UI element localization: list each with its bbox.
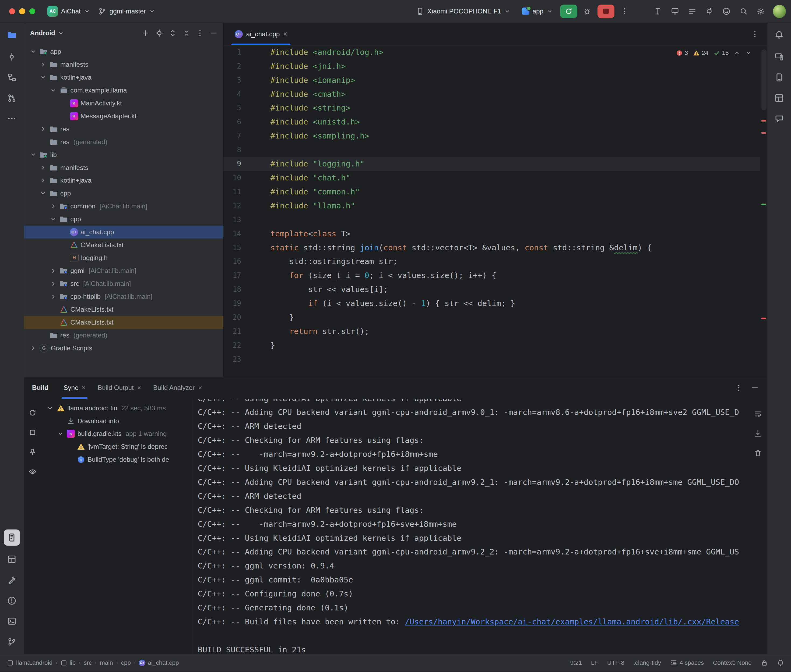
chevron-down-icon[interactable] bbox=[39, 74, 47, 82]
stripe-mark[interactable] bbox=[761, 132, 766, 134]
stop-square-button[interactable] bbox=[26, 426, 40, 439]
tree-item-cpp[interactable]: cpp bbox=[24, 213, 223, 226]
breadcrumb-ai-chat-cpp[interactable]: C+ai_chat.cpp bbox=[139, 659, 179, 666]
code-line-14[interactable]: 14template<class T> bbox=[223, 227, 760, 241]
chevron-right-icon[interactable] bbox=[39, 61, 47, 69]
tree-item-llama-android-fin[interactable]: llama.android: fin22 sec, 583 ms bbox=[41, 402, 193, 414]
chevron-down-icon[interactable] bbox=[29, 151, 37, 159]
build-tab-build-output[interactable]: Build Output× bbox=[91, 377, 147, 399]
editor-tab-ai-chat-cpp[interactable]: C+ai_chat.cpp× bbox=[228, 23, 294, 45]
breadcrumb-cpp[interactable]: cpp bbox=[121, 659, 131, 666]
task-list-button[interactable] bbox=[685, 4, 699, 18]
status-cursor-position[interactable]: 9:21 bbox=[570, 659, 582, 666]
tree-item-manifests[interactable]: manifests bbox=[24, 162, 223, 174]
commit-tool-button[interactable] bbox=[4, 49, 20, 65]
hide-button[interactable] bbox=[207, 26, 220, 40]
code-line-13[interactable]: 13 bbox=[223, 213, 760, 227]
sync-button[interactable] bbox=[26, 406, 40, 420]
eye-button[interactable] bbox=[26, 465, 40, 478]
chevron-down-icon[interactable] bbox=[46, 404, 55, 412]
close-tab-icon[interactable]: × bbox=[283, 30, 287, 37]
tree-item-res[interactable]: res(generated) bbox=[24, 329, 223, 342]
passed-count[interactable]: 15 bbox=[714, 50, 729, 56]
running-devices-tool-button[interactable] bbox=[771, 49, 787, 65]
pin-button[interactable] bbox=[26, 445, 40, 459]
status-clang-tidy[interactable]: .clang-tidy bbox=[634, 659, 661, 666]
settings-button[interactable] bbox=[754, 4, 768, 18]
breadcrumb-llama-android[interactable]: llama.android bbox=[7, 659, 53, 666]
soft-wrap-button[interactable] bbox=[751, 407, 765, 421]
code-line-19[interactable]: 19 if (i < values.size() - 1) { str << d… bbox=[223, 297, 760, 310]
tree-item-res[interactable]: res bbox=[24, 123, 223, 136]
scrollbar-thumb[interactable] bbox=[761, 50, 767, 110]
build-options-button[interactable] bbox=[732, 381, 746, 395]
logcat-toolbar-button[interactable] bbox=[651, 4, 665, 18]
code-line-3[interactable]: 3#include <iomanip> bbox=[223, 74, 760, 87]
code-line-11[interactable]: 11#include "common.h" bbox=[223, 185, 760, 199]
status-encoding[interactable]: UTF-8 bbox=[607, 659, 624, 666]
build-tool-button[interactable] bbox=[4, 572, 20, 588]
more-tools-tool-button[interactable] bbox=[4, 110, 20, 126]
warnings-count[interactable]: 24 bbox=[693, 50, 708, 56]
project-view-selector[interactable]: Android bbox=[30, 29, 64, 37]
device-explorer-tool-button[interactable] bbox=[771, 69, 787, 85]
close-tab-icon[interactable]: × bbox=[82, 384, 85, 392]
tree-item-common[interactable]: common[AiChat.lib.main] bbox=[24, 200, 223, 213]
chevron-down-icon[interactable] bbox=[39, 189, 47, 197]
status-line-separator[interactable]: LF bbox=[591, 659, 598, 666]
code-line-9[interactable]: 9#include "logging.h" bbox=[223, 157, 760, 171]
tree-item-jvmtarget-string-is-deprec[interactable]: 'jvmTarget: String' is deprec bbox=[41, 440, 193, 453]
scroll-end-button[interactable] bbox=[751, 427, 765, 440]
tree-item-app[interactable]: app bbox=[24, 45, 223, 58]
device-selector[interactable]: Xiaomi POCOPHONE F1 bbox=[412, 5, 515, 18]
tree-item-download-info[interactable]: Download info bbox=[41, 414, 193, 427]
stripe-mark[interactable] bbox=[761, 120, 766, 122]
close-tab-icon[interactable]: × bbox=[198, 384, 202, 392]
build-tab-build-analyzer[interactable]: Build Analyzer× bbox=[147, 377, 208, 399]
chevron-right-icon[interactable] bbox=[49, 267, 57, 275]
tree-item-com-example-llama[interactable]: com.example.llama bbox=[24, 84, 223, 97]
fullscreen-window-button[interactable] bbox=[29, 8, 35, 14]
chevron-down-icon[interactable] bbox=[49, 215, 57, 223]
status-indent-info[interactable]: 4 spaces bbox=[670, 659, 704, 666]
code-line-6[interactable]: 6#include <unistd.h> bbox=[223, 115, 760, 129]
breadcrumb-src[interactable]: src bbox=[84, 659, 92, 666]
breadcrumb-main[interactable]: main bbox=[100, 659, 113, 666]
stripe-mark[interactable] bbox=[761, 203, 766, 205]
tree-item-cmakelists-txt[interactable]: CMakeLists.txt bbox=[24, 303, 223, 316]
stop-button[interactable] bbox=[597, 5, 615, 18]
status-write-access[interactable] bbox=[761, 659, 768, 666]
tree-item-logging-h[interactable]: Hlogging.h bbox=[24, 251, 223, 264]
run-config-selector[interactable]: app bbox=[518, 6, 557, 17]
build-console[interactable]: C/C++: -- Using KleidiAI optimized kerne… bbox=[193, 399, 749, 654]
console-link[interactable]: /Users/hanyin/Workspace/ai-chat/examples… bbox=[405, 617, 739, 626]
debug-button[interactable] bbox=[580, 4, 594, 18]
collapse-all-button[interactable] bbox=[180, 26, 193, 40]
chevron-right-icon[interactable] bbox=[49, 202, 57, 210]
problems-tool-button[interactable] bbox=[4, 592, 20, 608]
tree-item-lib[interactable]: lib bbox=[24, 149, 223, 162]
terminal-tool-button[interactable] bbox=[4, 613, 20, 629]
chevron-right-icon[interactable] bbox=[49, 293, 57, 301]
tree-item-messageadapter-kt[interactable]: KMessageAdapter.kt bbox=[24, 110, 223, 123]
code-line-18[interactable]: 18 str << values[i]; bbox=[223, 283, 760, 297]
next-problem-icon[interactable] bbox=[745, 50, 752, 56]
tree-item-cpp-httplib[interactable]: cpp-httplib[AiChat.lib.main] bbox=[24, 290, 223, 303]
search-everywhere-button[interactable] bbox=[736, 4, 751, 18]
code-line-8[interactable]: 8 bbox=[223, 143, 760, 157]
more-button[interactable] bbox=[194, 26, 207, 40]
chevron-down-icon[interactable] bbox=[29, 48, 37, 56]
tree-item-kotlin-java[interactable]: kotlin+java bbox=[24, 71, 223, 84]
pull-requests-tool-button[interactable] bbox=[4, 90, 20, 106]
version-control-tool-button[interactable] bbox=[4, 634, 20, 650]
tree-item-ai-chat-cpp[interactable]: C+ai_chat.cpp bbox=[24, 226, 223, 238]
attach-debugger-button[interactable] bbox=[702, 4, 716, 18]
minimize-window-button[interactable] bbox=[19, 8, 25, 14]
locate-button[interactable] bbox=[152, 26, 166, 40]
close-tab-icon[interactable]: × bbox=[137, 384, 141, 392]
code-line-22[interactable]: 22} bbox=[223, 339, 760, 352]
clear-button[interactable] bbox=[751, 446, 765, 460]
code-line-7[interactable]: 7#include <sampling.h> bbox=[223, 129, 760, 143]
tree-item-gradle-scripts[interactable]: GGradle Scripts bbox=[24, 342, 223, 355]
app-insights-tool-button[interactable] bbox=[771, 110, 787, 126]
